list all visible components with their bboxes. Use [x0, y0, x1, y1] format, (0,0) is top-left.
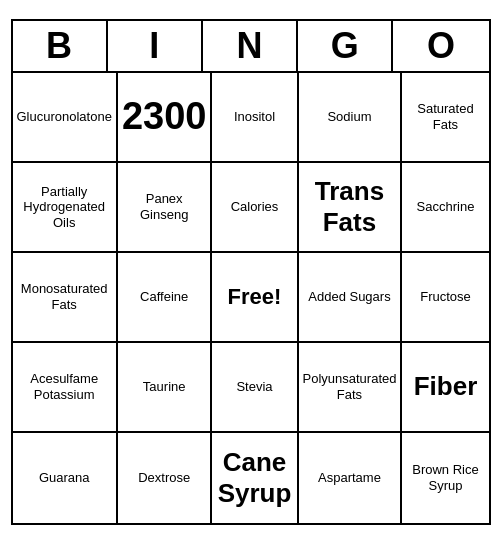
bingo-cell-2: Inositol — [212, 73, 298, 163]
bingo-letter-i: I — [108, 21, 203, 71]
bingo-cell-9: Sacchrine — [402, 163, 488, 253]
bingo-cell-0: Glucuronolatone — [13, 73, 118, 163]
bingo-cell-6: Panex Ginseng — [118, 163, 213, 253]
bingo-letter-n: N — [203, 21, 298, 71]
bingo-cell-8: Trans Fats — [299, 163, 403, 253]
bingo-grid: Glucuronolatone2300InositolSodiumSaturat… — [13, 73, 489, 523]
bingo-card: BINGO Glucuronolatone2300InositolSodiumS… — [11, 19, 491, 525]
bingo-cell-12: Free! — [212, 253, 298, 343]
bingo-cell-7: Calories — [212, 163, 298, 253]
bingo-cell-5: Partially Hydrogenated Oils — [13, 163, 118, 253]
bingo-cell-19: Fiber — [402, 343, 488, 433]
bingo-letter-g: G — [298, 21, 393, 71]
bingo-letter-b: B — [13, 21, 108, 71]
bingo-cell-16: Taurine — [118, 343, 213, 433]
bingo-cell-10: Monosaturated Fats — [13, 253, 118, 343]
bingo-cell-24: Brown Rice Syrup — [402, 433, 488, 523]
bingo-cell-4: Saturated Fats — [402, 73, 488, 163]
bingo-cell-17: Stevia — [212, 343, 298, 433]
bingo-header: BINGO — [13, 21, 489, 73]
bingo-cell-3: Sodium — [299, 73, 403, 163]
bingo-cell-22: Cane Syrup — [212, 433, 298, 523]
bingo-cell-1: 2300 — [118, 73, 213, 163]
bingo-cell-21: Dextrose — [118, 433, 213, 523]
bingo-cell-11: Caffeine — [118, 253, 213, 343]
bingo-cell-15: Acesulfame Potassium — [13, 343, 118, 433]
bingo-cell-23: Aspartame — [299, 433, 403, 523]
bingo-cell-18: Polyunsaturated Fats — [299, 343, 403, 433]
bingo-letter-o: O — [393, 21, 488, 71]
bingo-cell-13: Added Sugars — [299, 253, 403, 343]
bingo-cell-20: Guarana — [13, 433, 118, 523]
bingo-cell-14: Fructose — [402, 253, 488, 343]
